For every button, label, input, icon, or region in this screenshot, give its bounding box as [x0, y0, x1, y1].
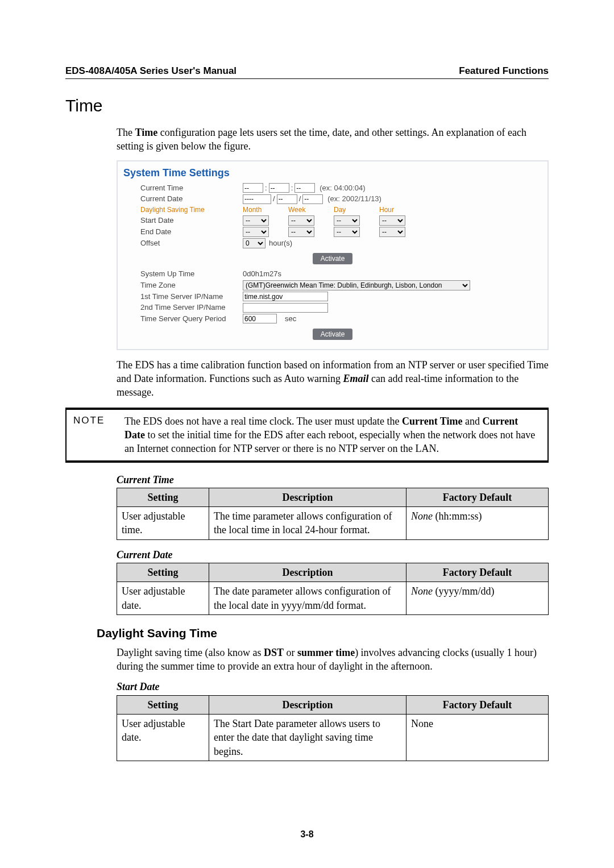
table-row: User adjustable date. The Start Date par… [117, 715, 549, 761]
table-row: User adjustable time. The time parameter… [117, 507, 549, 540]
th-default: Factory Default [406, 488, 549, 506]
note-t2: and [463, 416, 483, 427]
time-colon-1: : [265, 183, 267, 193]
cell-default: None (yyyy/mm/dd) [406, 582, 549, 615]
paragraph-2: The EDS has a time calibration function … [117, 358, 549, 400]
table-header-row: Setting Description Factory Default [117, 488, 549, 506]
query-period-input[interactable] [243, 314, 277, 323]
cell-setting: User adjustable date. [117, 582, 209, 615]
table-header-row: Setting Description Factory Default [117, 563, 549, 582]
end-day-select[interactable]: -- [334, 227, 360, 237]
label-dst: Daylight Saving Time [123, 205, 243, 214]
activate-button-1[interactable]: Activate [313, 253, 353, 264]
cell-default-rest: (hh:mm:ss) [433, 510, 482, 522]
note-label: NOTE [73, 414, 125, 456]
current-date-day-input[interactable] [302, 194, 323, 204]
th-default: Factory Default [406, 695, 549, 714]
table-current-date: Setting Description Factory Default User… [117, 563, 549, 615]
system-time-settings-screenshot: System Time Settings Current Time : : (e… [117, 160, 549, 350]
subsection-dst-heading: Daylight Saving Time [97, 626, 549, 640]
page-header: EDS-408A/405A Series User's Manual Featu… [65, 65, 549, 79]
end-week-select[interactable]: -- [288, 227, 314, 237]
server1-input[interactable] [243, 292, 328, 301]
note-box: NOTE The EDS does not have a real time c… [65, 408, 549, 463]
cell-default: None (hh:mm:ss) [406, 507, 549, 540]
cell-setting: User adjustable time. [117, 507, 209, 540]
shot-title: System Time Settings [123, 166, 542, 180]
table-title-current-date: Current Date [117, 548, 549, 562]
cell-desc: The time parameter allows configuration … [209, 507, 406, 540]
timezone-select[interactable]: (GMT)Greenwich Mean Time: Dublin, Edinbu… [243, 280, 470, 290]
time-hint: (ex: 04:00:04) [320, 183, 365, 193]
dst-head-week: Week [288, 205, 334, 214]
dst-t2: or [284, 647, 297, 658]
end-hour-select[interactable]: -- [379, 227, 405, 237]
label-server1: 1st Time Server IP/Name [123, 292, 243, 302]
dst-t1: Daylight saving time (also know as [117, 647, 264, 658]
cell-desc: The date parameter allows configuration … [209, 582, 406, 615]
time-colon-2: : [291, 183, 293, 193]
table-title-current-time: Current Time [117, 473, 549, 487]
note-t3: to set the initial time for the EDS afte… [125, 429, 535, 454]
label-start-date: Start Date [123, 215, 243, 226]
label-server2: 2nd Time Server IP/Name [123, 302, 243, 313]
th-setting: Setting [117, 695, 209, 714]
label-current-time: Current Time [123, 183, 243, 193]
query-period-unit: sec [285, 314, 296, 324]
label-end-date: End Date [123, 227, 243, 237]
th-description: Description [209, 563, 406, 582]
intro-paragraph: The Time configuration page lets users s… [117, 126, 549, 153]
current-date-month-input[interactable] [277, 194, 297, 204]
note-t1: The EDS does not have a real time clock.… [125, 416, 402, 427]
cell-default-rest: (yyyy/mm/dd) [433, 585, 495, 597]
table-header-row: Setting Description Factory Default [117, 695, 549, 714]
dst-head-day: Day [334, 205, 379, 214]
start-week-select[interactable]: -- [288, 215, 314, 226]
dst-b1: DST [264, 647, 284, 658]
cell-setting: User adjustable date. [117, 715, 209, 761]
p2-email: Email [343, 373, 368, 384]
header-right: Featured Functions [459, 65, 549, 77]
label-uptime: System Up Time [123, 269, 243, 279]
dst-b2: summer time [297, 647, 355, 658]
page-number: 3-8 [0, 829, 614, 840]
start-day-select[interactable]: -- [334, 215, 360, 226]
th-setting: Setting [117, 488, 209, 506]
start-hour-select[interactable]: -- [379, 215, 405, 226]
date-slash-2: / [299, 194, 301, 204]
th-default: Factory Default [406, 563, 549, 582]
header-left: EDS-408A/405A Series User's Manual [65, 65, 237, 77]
current-time-sec-input[interactable] [294, 183, 315, 193]
intro-pre: The [117, 127, 135, 138]
uptime-value: 0d0h1m27s [243, 269, 281, 279]
current-date-year-input[interactable] [243, 194, 271, 204]
start-month-select[interactable]: -- [243, 215, 269, 226]
intro-post: configuration page lets users set the ti… [117, 127, 526, 152]
date-hint: (ex: 2002/11/13) [327, 194, 381, 204]
label-offset: Offset [123, 238, 243, 248]
dst-head-hour: Hour [379, 205, 413, 214]
label-current-date: Current Date [123, 194, 243, 204]
cell-default: None [406, 715, 549, 761]
server2-input[interactable] [243, 303, 328, 313]
label-timezone: Time Zone [123, 280, 243, 290]
cell-default-italic: None [411, 585, 433, 597]
offset-unit: hour(s) [269, 238, 292, 248]
dst-paragraph: Daylight saving time (also know as DST o… [117, 646, 549, 674]
note-b1: Current Time [402, 416, 463, 427]
section-title: Time [65, 96, 549, 115]
table-start-date: Setting Description Factory Default User… [117, 695, 549, 761]
th-setting: Setting [117, 563, 209, 582]
cell-desc: The Start Date parameter allows users to… [209, 715, 406, 761]
end-month-select[interactable]: -- [243, 227, 269, 237]
table-title-start-date: Start Date [117, 680, 549, 693]
cell-default-italic: None [411, 510, 433, 522]
label-query-period: Time Server Query Period [123, 314, 243, 324]
date-slash-1: / [273, 194, 275, 204]
offset-select[interactable]: 0 [243, 238, 265, 248]
activate-button-2[interactable]: Activate [313, 329, 353, 340]
current-time-min-input[interactable] [269, 183, 289, 193]
th-description: Description [209, 695, 406, 714]
current-time-hour-input[interactable] [243, 183, 263, 193]
intro-bold: Time [135, 127, 157, 138]
